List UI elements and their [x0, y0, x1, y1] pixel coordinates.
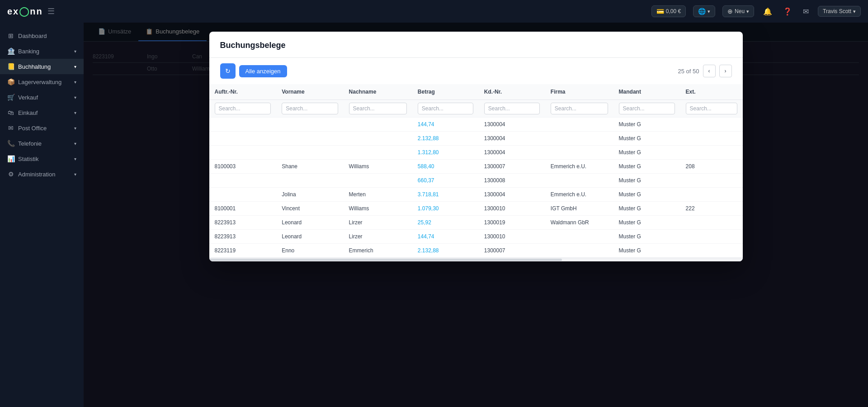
cell-kd_nr: 1300008	[479, 174, 545, 188]
cell-auftr_nr: 8223913	[209, 230, 277, 244]
cell-vorname	[276, 118, 343, 132]
search-input-auftr-nr[interactable]	[215, 103, 271, 114]
modal-overlay: Buchungsbelege ↻ Alle anzeigen 25 of 50 …	[84, 23, 868, 407]
pagination-next-button[interactable]: ›	[719, 65, 732, 77]
help-btn[interactable]: ❓	[781, 5, 794, 18]
table-row: 8223913LeonardLirzer144,741300010Muster …	[209, 230, 743, 244]
chevron-down-icon: ▾	[74, 64, 76, 69]
cell-betrag: 3.718,81	[412, 188, 479, 202]
cell-vorname: Enno	[276, 244, 343, 258]
sidebar-item-label: Banking	[18, 48, 39, 55]
cell-kd_nr: 1300010	[479, 202, 545, 216]
sidebar: ⊞ Dashboard 🏦 Banking ▾ 📒 Buchhaltung ▾ …	[0, 23, 84, 407]
sidebar-toggle-button[interactable]: ☰	[46, 5, 57, 18]
cell-ext	[680, 146, 743, 160]
cell-kd_nr: 1300004	[479, 132, 545, 146]
einkauf-icon: 🛍	[7, 109, 14, 116]
sidebar-item-administration[interactable]: ⚙ Administration ▾	[0, 166, 84, 182]
search-input-kd-nr[interactable]	[484, 103, 540, 114]
cell-kd_nr: 1300019	[479, 216, 545, 230]
cell-ext: 208	[680, 160, 743, 174]
pagination-prev-button[interactable]: ‹	[703, 65, 716, 77]
modal-table-wrapper: Auftr.-Nr. Vorname Nachname Betrag Kd.-N…	[209, 84, 743, 258]
cell-betrag: 588,40	[412, 160, 479, 174]
search-cell-betrag	[412, 100, 479, 118]
cell-nachname: Williams	[344, 202, 412, 216]
alle-anzeigen-button[interactable]: Alle anzeigen	[239, 65, 287, 77]
cell-mandant: Muster G	[613, 160, 680, 174]
table-row: 8100003ShaneWilliams588,401300007Emmeric…	[209, 160, 743, 174]
col-header-firma: Firma	[545, 84, 613, 100]
sidebar-item-dashboard[interactable]: ⊞ Dashboard	[0, 28, 84, 43]
messages-btn[interactable]: ✉	[801, 5, 811, 18]
sidebar-item-label: Verkauf	[18, 94, 38, 101]
dashboard-icon: ⊞	[7, 32, 14, 39]
cell-betrag: 660,37	[412, 174, 479, 188]
cell-auftr_nr: 8223119	[209, 244, 277, 258]
sidebar-item-label: Dashboard	[18, 33, 47, 39]
cell-kd_nr: 1300004	[479, 188, 545, 202]
search-input-nachname[interactable]	[349, 103, 407, 114]
horizontal-scrollbar[interactable]	[209, 258, 743, 261]
user-menu-btn[interactable]: Travis Scott ▾	[818, 6, 861, 17]
sidebar-item-statistik[interactable]: 📊 Statistik ▾	[0, 151, 84, 166]
table-row: 660,371300008Muster G	[209, 174, 743, 188]
cell-auftr_nr	[209, 146, 277, 160]
sidebar-item-lagerverwaltung[interactable]: 📦 Lagerverwaltung ▾	[0, 74, 84, 90]
sidebar-item-einkauf[interactable]: 🛍 Einkauf ▾	[0, 105, 84, 120]
cell-vorname	[276, 132, 343, 146]
sidebar-item-label: Telefonie	[18, 140, 42, 147]
search-input-betrag[interactable]	[418, 103, 473, 114]
cell-ext	[680, 230, 743, 244]
col-header-vorname: Vorname	[276, 84, 343, 100]
refresh-button[interactable]: ↻	[220, 63, 236, 79]
cell-nachname: Merten	[344, 188, 412, 202]
chevron-down-icon: ▾	[74, 95, 76, 100]
search-input-firma[interactable]	[551, 103, 608, 114]
cell-nachname	[344, 174, 412, 188]
cell-firma	[545, 118, 613, 132]
search-input-mandant[interactable]	[619, 103, 675, 114]
sidebar-item-verkauf[interactable]: 🛒 Verkauf ▾	[0, 90, 84, 105]
modal-title: Buchungsbelege	[220, 41, 286, 50]
topbar-right: 💳 0,00 € 🌐 ▾ ⊕ Neu ▾ 🔔 ❓ ✉ Travis Scott …	[651, 5, 861, 18]
sidebar-item-telefonie[interactable]: 📞 Telefonie ▾	[0, 136, 84, 151]
cell-ext: 222	[680, 202, 743, 216]
cell-betrag: 2.132,88	[412, 244, 479, 258]
balance-btn[interactable]: 💳 0,00 €	[651, 5, 686, 17]
sidebar-item-label: Post Office	[18, 125, 47, 132]
modal-header: Buchungsbelege	[209, 32, 743, 58]
cell-mandant: Muster G	[613, 188, 680, 202]
refresh-icon: ↻	[225, 67, 231, 75]
cell-firma: Emmerich e.U.	[545, 188, 613, 202]
table-row: 8223119EnnoEmmerich2.132,881300007Muster…	[209, 244, 743, 258]
cell-mandant: Muster G	[613, 146, 680, 160]
main-content: 📄 Umsätze 📋 Buchungsbelege 8223109 Ingo …	[84, 23, 868, 407]
col-header-kd-nr: Kd.-Nr.	[479, 84, 545, 100]
sidebar-item-post-office[interactable]: ✉ Post Office ▾	[0, 120, 84, 136]
cell-betrag: 25,92	[412, 216, 479, 230]
notifications-btn[interactable]: 🔔	[761, 5, 774, 18]
cell-kd_nr: 1300010	[479, 230, 545, 244]
neu-btn[interactable]: ⊕ Neu ▾	[722, 5, 754, 17]
toolbar-left: ↻ Alle anzeigen	[220, 63, 287, 79]
neu-label: Neu	[735, 8, 745, 14]
cell-nachname: Lirzer	[344, 230, 412, 244]
search-input-ext[interactable]	[686, 103, 737, 114]
chevron-down-icon: ▾	[74, 49, 76, 54]
sidebar-item-buchhaltung[interactable]: 📒 Buchhaltung ▾	[0, 59, 84, 74]
globe-btn[interactable]: 🌐 ▾	[693, 5, 715, 17]
cell-nachname: Lirzer	[344, 216, 412, 230]
cell-vorname: Leonard	[276, 216, 343, 230]
col-header-nachname: Nachname	[344, 84, 412, 100]
buchungsbelege-table: Auftr.-Nr. Vorname Nachname Betrag Kd.-N…	[209, 84, 743, 258]
search-input-vorname[interactable]	[282, 103, 338, 114]
cell-ext	[680, 244, 743, 258]
verkauf-icon: 🛒	[7, 94, 14, 101]
topbar: ex◯nn ☰ 💳 0,00 € 🌐 ▾ ⊕ Neu ▾ 🔔 ❓ ✉ Travi…	[0, 0, 868, 23]
cell-ext	[680, 216, 743, 230]
cell-firma	[545, 244, 613, 258]
cell-ext	[680, 118, 743, 132]
chevron-down-icon: ▾	[74, 141, 76, 146]
sidebar-item-banking[interactable]: 🏦 Banking ▾	[0, 43, 84, 59]
